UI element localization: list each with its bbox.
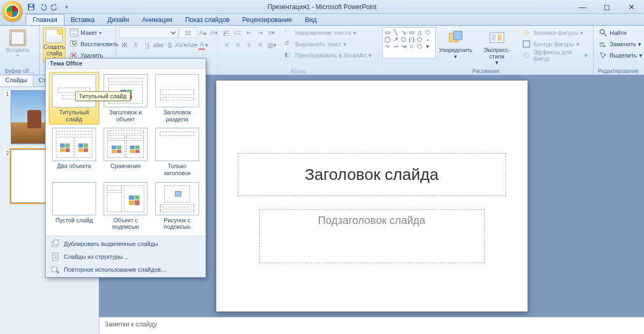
select-button[interactable]: Выделить ▾	[597, 50, 644, 61]
window-close-button[interactable]: ✕	[619, 0, 644, 14]
shape-effects-button[interactable]: Эффекты для фигур ▾	[520, 50, 590, 61]
svg-rect-2	[30, 4, 33, 6]
svg-point-11	[224, 31, 225, 32]
tab-review[interactable]: Рецензирование	[236, 14, 299, 25]
window-restore-button[interactable]: ◻	[595, 0, 619, 14]
svg-rect-22	[453, 31, 462, 40]
font-family-select[interactable]	[119, 27, 178, 38]
layout-content-caption[interactable]: Объект с подписью	[100, 180, 151, 233]
grow-font-button[interactable]: A▴	[197, 27, 208, 38]
layout-tooltip: Титульный слайд	[75, 91, 130, 101]
strike-button[interactable]: abc	[153, 40, 164, 50]
tab-animation[interactable]: Анимация	[136, 14, 179, 25]
font-color-button[interactable]: A▾	[198, 40, 209, 50]
italic-button[interactable]: К	[130, 40, 141, 50]
tab-slideshow[interactable]: Показ слайдов	[179, 14, 236, 25]
title-placeholder[interactable]: Заголовок слайда	[238, 153, 506, 196]
layout-blank[interactable]: Пустой слайд	[49, 180, 99, 233]
reset-icon	[70, 40, 78, 48]
text-direction-icon: ↕	[284, 28, 293, 37]
outline-icon	[522, 40, 531, 48]
subtitle-placeholder[interactable]: Подзаголовок слайда	[259, 209, 485, 263]
bullets-button[interactable]	[221, 27, 232, 38]
arrange-button[interactable]: Упорядочить▾	[438, 27, 473, 63]
shapes-gallery[interactable]: ▭╲↘▭△⬠ ◯↗⬡{ }⬠⬩ ⤷⤻↝☆⬠▾	[382, 27, 436, 59]
layout-section-header[interactable]: Заголовок раздела	[152, 72, 202, 125]
svg-rect-24	[492, 34, 496, 41]
svg-rect-37	[52, 267, 57, 272]
qat-undo-icon[interactable]	[38, 2, 48, 12]
line-spacing-button[interactable]: ≡▾	[266, 27, 277, 38]
new-slide-label: Создать слайд	[43, 44, 65, 56]
svg-text:2: 2	[235, 32, 236, 35]
svg-rect-5	[71, 33, 77, 35]
side-tab-slides[interactable]: Слайды	[0, 75, 33, 86]
align-text-button[interactable]: ⇵Выровнять текст ▾	[282, 39, 374, 49]
decrease-indent-button[interactable]: ⇤	[244, 27, 254, 38]
quick-access-toolbar: ▾	[26, 2, 72, 12]
qat-customize-icon[interactable]: ▾	[61, 2, 72, 12]
svg-point-13	[224, 33, 225, 34]
window-minimize-button[interactable]: —	[570, 0, 595, 14]
svg-point-27	[524, 53, 529, 58]
ribbon-tabs: Главная Вставка Дизайн Анимация Показ сл…	[0, 14, 644, 26]
svg-rect-26	[523, 41, 530, 47]
svg-rect-32	[54, 240, 58, 245]
outline-file-icon	[51, 252, 60, 261]
convert-smartart-button[interactable]: ◧Преобразовать в SmartArt ▾	[282, 50, 374, 61]
layout-two-content[interactable]: Два объекта	[49, 126, 99, 178]
group-editing-label: Редактирование	[594, 68, 643, 74]
shape-outline-button[interactable]: Контур фигуры ▾	[520, 39, 590, 49]
qat-save-icon[interactable]	[26, 2, 36, 12]
shadow-button[interactable]: S	[164, 40, 175, 50]
align-center-button[interactable]: ≡	[232, 40, 243, 50]
shape-fill-button[interactable]: Заливка фигуры ▾	[520, 27, 590, 38]
increase-indent-button[interactable]: ⇥	[255, 27, 266, 38]
layout-button[interactable]: Макет ▾	[68, 27, 120, 38]
find-button[interactable]: Найти	[597, 27, 644, 38]
notes-pane[interactable]: Заметки к слайду	[99, 317, 644, 334]
tab-home[interactable]: Главная	[26, 14, 64, 25]
columns-button[interactable]: ▥▾	[266, 40, 277, 50]
duplicate-slides-item[interactable]: Дублировать выделенные слайды	[46, 237, 206, 250]
align-text-icon: ⇵	[284, 40, 293, 48]
char-spacing-button[interactable]: AV▾	[175, 40, 186, 50]
tab-view[interactable]: Вид	[298, 14, 323, 25]
justify-button[interactable]: ≡	[255, 40, 266, 50]
paste-button[interactable]: Вставить▾	[3, 27, 33, 63]
reset-button[interactable]: Восстановить	[68, 39, 120, 49]
layout-comparison[interactable]: Сравнение	[100, 126, 151, 178]
slides-from-outline-item[interactable]: Слайды из структуры…	[46, 250, 206, 263]
font-size-input[interactable]	[179, 27, 197, 38]
quick-styles-button[interactable]: Экспресс-стили▾	[475, 27, 518, 63]
group-paragraph-label: Абзац	[218, 68, 378, 74]
replace-button[interactable]: abЗаменить ▾	[597, 39, 644, 49]
text-direction-button[interactable]: ↕Направление текста ▾	[282, 27, 374, 38]
svg-rect-25	[497, 34, 502, 41]
replace-icon: ab	[599, 40, 608, 48]
svg-rect-1	[29, 8, 33, 10]
find-icon	[599, 28, 608, 37]
align-left-button[interactable]: ≡	[221, 40, 232, 50]
window-title: Презентация1 - Microsoft PowerPoint	[0, 3, 644, 11]
arrange-icon	[447, 29, 464, 46]
select-icon	[599, 51, 608, 60]
layout-icon	[70, 28, 78, 37]
bold-button[interactable]: Ж	[119, 40, 130, 50]
layout-title-only[interactable]: Только заголовок	[152, 126, 202, 178]
qat-redo-icon[interactable]	[49, 2, 60, 12]
tab-design[interactable]: Дизайн	[101, 14, 135, 25]
change-case-button[interactable]: Aa▾	[187, 40, 197, 50]
current-slide: Заголовок слайда Подзаголовок слайда	[216, 81, 528, 311]
numbering-button[interactable]: 12	[232, 27, 243, 38]
tab-insert[interactable]: Вставка	[64, 14, 101, 25]
reuse-slides-item[interactable]: Повторное использование слайдов…	[46, 263, 206, 276]
duplicate-icon	[51, 239, 60, 248]
group-clipboard-label: Буфер об…	[0, 68, 39, 74]
align-right-button[interactable]: ≡	[244, 40, 254, 50]
layout-picture-caption[interactable]: Рисунок с подписью	[152, 180, 202, 233]
smartart-icon: ◧	[284, 51, 293, 60]
office-button[interactable]	[2, 1, 23, 21]
underline-button[interactable]: Ч	[142, 40, 152, 50]
quick-styles-icon	[488, 29, 506, 46]
